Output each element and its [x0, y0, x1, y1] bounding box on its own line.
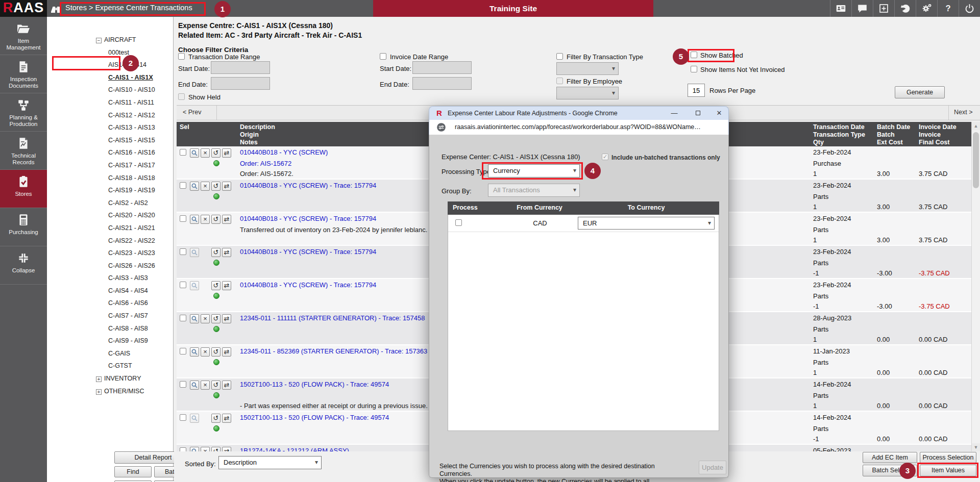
update-button[interactable]: Update: [699, 461, 726, 474]
transfer-icon[interactable]: ⇄: [222, 148, 231, 158]
tree-item[interactable]: C-AIS7 - AIS7: [47, 312, 173, 325]
reverse-icon[interactable]: ↺: [211, 314, 220, 323]
settings-gears-icon[interactable]: [916, 0, 937, 17]
process-selection-button[interactable]: Process Selection: [920, 452, 976, 463]
row-select-checkbox[interactable]: [180, 348, 186, 354]
transaction-link[interactable]: 010440B018 - YYC (SCREW) - Trace: 157794: [240, 281, 376, 289]
dialog-url[interactable]: raasais.aviationintertec.com/app/forecas…: [455, 123, 724, 131]
tree-expand-icon[interactable]: +: [96, 389, 102, 395]
transfer-icon[interactable]: ⇄: [222, 414, 231, 423]
transfer-icon[interactable]: ⇄: [222, 314, 231, 323]
filter-by-employee-checkbox[interactable]: [556, 78, 563, 84]
transaction-link[interactable]: 1502T100-113 - 520 (FLOW PACK) - Trace: …: [240, 380, 389, 389]
transfer-icon[interactable]: ⇄: [222, 380, 231, 390]
reverse-icon[interactable]: ↺: [211, 447, 220, 451]
sidebar-item-planning-production[interactable]: Planning & Production: [0, 93, 47, 132]
delete-icon[interactable]: ×: [201, 380, 210, 390]
tree-item[interactable]: C-AIS9 - AIS9: [47, 337, 173, 350]
tree-item[interactable]: C-AIS15 - AIS15: [47, 137, 173, 149]
transfer-icon[interactable]: ⇄: [222, 182, 231, 191]
maximize-icon[interactable]: [693, 108, 703, 118]
sidebar-item-stores[interactable]: Stores: [0, 170, 47, 208]
scrollbar-thumb[interactable]: [973, 132, 979, 188]
tree-item[interactable]: C-GAIS: [47, 350, 173, 363]
transfer-icon[interactable]: ⇄: [222, 281, 231, 290]
add-ec-item-button[interactable]: Add EC Item: [863, 452, 917, 463]
tree-item[interactable]: C-AIS20 - AIS20: [47, 212, 173, 224]
row-select-checkbox[interactable]: [180, 215, 186, 222]
magnifier-icon[interactable]: [190, 281, 199, 290]
sidebar-item-collapse[interactable]: Collapse: [0, 246, 47, 285]
origin-link[interactable]: Order: AIS-15672: [240, 160, 291, 168]
transaction-link[interactable]: 010440B018 - YYC (SCREW): [240, 148, 328, 157]
reverse-icon[interactable]: ↺: [211, 414, 220, 423]
tree-item[interactable]: C-AIS21 - AIS21: [47, 224, 173, 237]
magnifier-icon[interactable]: [190, 182, 199, 191]
transaction-start-date-input[interactable]: [211, 61, 270, 74]
add-window-icon[interactable]: [873, 0, 894, 17]
row-select-checkbox[interactable]: [180, 381, 186, 388]
transaction-link[interactable]: 010440B018 - YYC (SCREW) - Trace: 157794: [240, 248, 376, 256]
magnifier-icon[interactable]: [190, 347, 199, 357]
tree-item[interactable]: − AIRCRAFT: [47, 36, 173, 49]
site-settings-icon[interactable]: [436, 122, 447, 133]
row-select-checkbox[interactable]: [180, 149, 186, 156]
to-currency-select[interactable]: EUR ▾: [578, 217, 715, 230]
sorted-by-select[interactable]: Description ▾: [218, 456, 322, 469]
find-button[interactable]: Find: [114, 466, 152, 477]
tree-item[interactable]: + INVENTORY: [47, 375, 173, 388]
item-values-button[interactable]: Item Values: [920, 465, 976, 476]
tree-item[interactable]: C-AIS22 - AIS22: [47, 237, 173, 250]
tree-item[interactable]: C-AIS18 - AIS18: [47, 174, 173, 187]
tree-item[interactable]: C-AIS19 - AIS19: [47, 187, 173, 199]
tree-item[interactable]: C-AIS26 - AIS26: [47, 262, 173, 275]
tree-item[interactable]: 000test: [47, 49, 173, 62]
tree-expand-icon[interactable]: −: [96, 38, 102, 43]
table-scrollbar[interactable]: ▲ ▼: [971, 122, 980, 451]
reverse-icon[interactable]: ↺: [211, 347, 220, 357]
show-items-not-yet-invoiced-checkbox[interactable]: [691, 66, 697, 72]
pie-chart-icon[interactable]: [894, 0, 916, 17]
row-select-checkbox[interactable]: [180, 248, 186, 255]
minimize-icon[interactable]: —: [669, 108, 679, 118]
process-checkbox[interactable]: [455, 219, 462, 226]
delete-icon[interactable]: ×: [201, 347, 210, 357]
row-select-checkbox[interactable]: [180, 447, 186, 451]
row-select-checkbox[interactable]: [180, 182, 186, 189]
sidebar-item-purchasing[interactable]: Purchasing: [0, 208, 47, 246]
row-select-checkbox[interactable]: [180, 282, 186, 288]
magnifier-icon[interactable]: [190, 414, 199, 423]
transaction-end-date-input[interactable]: [211, 77, 270, 90]
delete-icon[interactable]: ×: [201, 215, 210, 224]
show-batched-checkbox[interactable]: [691, 52, 697, 58]
help-icon[interactable]: [937, 0, 959, 17]
sidebar-item-technical-records[interactable]: Technical Records: [0, 132, 47, 170]
transaction-link[interactable]: 010440B018 - YYC (SCREW) - Trace: 157794: [240, 215, 376, 223]
delete-icon[interactable]: ×: [201, 314, 210, 323]
tree-item[interactable]: C-AIS4 - AIS4: [47, 287, 173, 300]
tree-item[interactable]: C-AIS12 - AIS12: [47, 112, 173, 124]
close-icon[interactable]: ✕: [714, 108, 724, 118]
next-page-button[interactable]: Next >: [954, 109, 972, 116]
magnifier-icon[interactable]: [190, 447, 199, 451]
delete-icon[interactable]: ×: [201, 148, 210, 158]
power-icon[interactable]: [959, 0, 980, 17]
invoice-date-range-checkbox[interactable]: [380, 53, 386, 60]
reverse-icon[interactable]: ↺: [211, 215, 220, 224]
transaction-type-select[interactable]: ▾: [556, 62, 619, 75]
filter-by-transaction-type-checkbox[interactable]: [556, 53, 563, 60]
employee-select[interactable]: ▾: [556, 87, 619, 99]
sidebar-item-inspection-documents[interactable]: Inspection Documents: [0, 55, 47, 93]
magnifier-icon[interactable]: [190, 380, 199, 390]
rows-per-page-input[interactable]: [688, 84, 705, 97]
prev-page-button[interactable]: < Prev: [183, 109, 201, 116]
tree-expand-icon[interactable]: +: [96, 376, 102, 382]
tree-item[interactable]: C-AIS10 - AIS10: [47, 86, 173, 99]
magnifier-icon[interactable]: [190, 248, 199, 257]
tree-item[interactable]: C-AIS8 - AIS8: [47, 325, 173, 338]
scroll-down-icon[interactable]: ▼: [972, 443, 980, 451]
delete-icon[interactable]: ×: [201, 447, 210, 451]
transaction-link[interactable]: 1B1274-14KA - 121212 (ARM ASSY): [240, 447, 349, 451]
reverse-icon[interactable]: ↺: [211, 182, 220, 191]
delete-icon[interactable]: ×: [201, 182, 210, 191]
